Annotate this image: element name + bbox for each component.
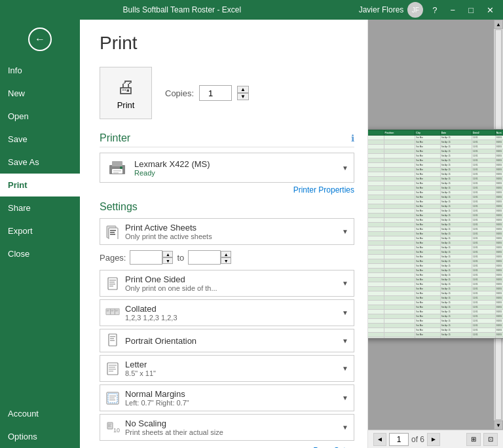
sidebar-item-label: Account bbox=[8, 409, 39, 419]
sidebar-item-options[interactable]: Options bbox=[0, 425, 80, 448]
scaling-dropdown[interactable]: 100 No Scaling Print sheets at their act… bbox=[100, 414, 354, 441]
table-cell bbox=[384, 264, 415, 269]
table-cell: 91001 bbox=[495, 168, 503, 172]
table-cell: Sat Mar bbox=[415, 337, 440, 339]
letter-main: Letter bbox=[125, 360, 337, 369]
table-cell bbox=[384, 186, 415, 191]
pages-from-up[interactable]: ▲ bbox=[162, 251, 173, 257]
svg-rect-40 bbox=[108, 424, 111, 424]
letter-dropdown[interactable]: Letter 8.5" x 11" ▼ bbox=[100, 355, 354, 382]
sidebar-item-print[interactable]: Print bbox=[0, 174, 80, 196]
sidebar-item-export[interactable]: Export bbox=[0, 219, 80, 242]
table-cell: Sat Mar bbox=[415, 163, 440, 168]
table-cell: Cubs bbox=[368, 223, 384, 227]
table-cell: Sat Mar bbox=[415, 159, 440, 163]
settings-panel: Print 🖨 Print Copies: ▲ ▼ bbox=[80, 20, 368, 448]
close-button[interactable]: ✕ bbox=[483, 4, 498, 16]
portrait-dropdown[interactable]: Portrait Orientation ▼ bbox=[100, 329, 354, 352]
margins-dropdown[interactable]: Normal Margins Left: 0.7" Right: 0.7" ▼ bbox=[100, 384, 354, 411]
table-cell: 91001 bbox=[495, 282, 503, 287]
table-cell: 12:01 bbox=[472, 136, 496, 140]
table-cell: Cubs bbox=[368, 227, 384, 232]
table-cell: Sat Mar bbox=[415, 324, 440, 328]
copies-input[interactable] bbox=[199, 85, 232, 101]
scroll-up-button[interactable]: ▲ bbox=[494, 20, 503, 29]
table-cell: 12:01 bbox=[472, 149, 496, 154]
table-cell: 91001 bbox=[495, 328, 503, 333]
table-cell: 91001 bbox=[495, 214, 503, 218]
table-cell: Bears bbox=[368, 163, 384, 168]
zoom-page-button[interactable]: ⊡ bbox=[483, 433, 498, 446]
table-row: CardinalsSat MarSat Apr 1512:0191001 bbox=[368, 200, 503, 204]
table-cell: Sat Apr 15 bbox=[440, 154, 472, 159]
sidebar-item-share[interactable]: Share bbox=[0, 196, 80, 219]
table-cell: Sat Mar bbox=[415, 246, 440, 250]
sidebar-item-save[interactable]: Save bbox=[0, 128, 80, 151]
printer-properties-link[interactable]: Printer Properties bbox=[100, 185, 354, 195]
info-icon[interactable]: ℹ bbox=[351, 133, 354, 143]
svg-rect-26 bbox=[110, 336, 115, 337]
fit-page-button[interactable]: ⊞ bbox=[466, 433, 481, 446]
table-cell: Sat Apr 15 bbox=[440, 310, 472, 314]
scaling-dropdown-arrow: ▼ bbox=[342, 424, 348, 431]
pages-from-input[interactable] bbox=[130, 250, 162, 265]
next-page-button[interactable]: ► bbox=[427, 433, 440, 446]
pages-to-input[interactable] bbox=[188, 250, 221, 265]
sidebar-item-account[interactable]: Account bbox=[0, 402, 80, 425]
svg-rect-27 bbox=[110, 338, 114, 339]
table-cell bbox=[384, 314, 415, 319]
table-cell: Bears bbox=[368, 159, 384, 163]
help-button[interactable]: ? bbox=[428, 4, 441, 16]
sidebar-item-save-as[interactable]: Save As bbox=[0, 151, 80, 174]
pages-to-up[interactable]: ▲ bbox=[221, 251, 231, 257]
table-cell: 91001 bbox=[495, 149, 503, 154]
printer-dropdown[interactable]: Lexmark X422 (MS) Ready ▼ bbox=[100, 153, 354, 183]
table-cell: Sat Apr 15 bbox=[440, 177, 472, 181]
copies-up-button[interactable]: ▲ bbox=[237, 86, 249, 93]
pages-from-down[interactable]: ▼ bbox=[162, 257, 173, 264]
table-row: CardinalsSat MarSat Apr 1512:0191001 bbox=[368, 186, 503, 191]
maximize-button[interactable]: □ bbox=[464, 4, 477, 16]
sidebar-item-info[interactable]: Info bbox=[0, 59, 80, 82]
pages-to-down[interactable]: ▼ bbox=[221, 257, 231, 264]
one-sided-dropdown[interactable]: Print One Sided Only print on one side o… bbox=[100, 270, 354, 297]
sidebar-item-open[interactable]: Open bbox=[0, 105, 80, 128]
current-page-input[interactable] bbox=[389, 433, 409, 446]
svg-rect-32 bbox=[109, 369, 116, 369]
print-button[interactable]: 🖨 Print bbox=[100, 67, 152, 119]
table-cell: Sat Apr 15 bbox=[440, 218, 472, 223]
user-info: Javier Flores JF bbox=[359, 2, 424, 18]
printer-status: Ready bbox=[134, 169, 337, 177]
table-row: CardinalsSat MarSat Apr 1512:0191001 bbox=[368, 209, 503, 214]
table-cell: Cubs bbox=[368, 264, 384, 269]
active-sheets-sub: Only print the active sheets bbox=[125, 233, 337, 240]
copies-spinner: ▲ ▼ bbox=[237, 86, 249, 100]
table-cell bbox=[384, 287, 415, 291]
table-row: CubsSat MarSat Apr 1512:0191001 bbox=[368, 227, 503, 232]
table-cell: Sat Mar bbox=[415, 278, 440, 282]
back-button[interactable]: ← bbox=[0, 20, 80, 59]
sidebar-item-new[interactable]: New bbox=[0, 82, 80, 105]
sidebar-item-label: Options bbox=[8, 432, 37, 441]
table-cell: Cubs bbox=[368, 310, 384, 314]
page-title: Print bbox=[100, 33, 354, 54]
scroll-down-button[interactable]: ▼ bbox=[494, 420, 503, 430]
table-cell: 12:01 bbox=[472, 278, 496, 282]
table-cell: Sat Mar bbox=[415, 232, 440, 236]
copies-down-button[interactable]: ▼ bbox=[237, 93, 249, 100]
table-cell: Sat Mar bbox=[415, 250, 440, 255]
table-cell: Bears bbox=[368, 140, 384, 145]
active-sheets-dropdown[interactable]: Print Active Sheets Only print the activ… bbox=[100, 218, 354, 245]
table-row: CubsSat MarSat Apr 1512:0191001 bbox=[368, 278, 503, 282]
minimize-button[interactable]: − bbox=[447, 4, 460, 16]
avatar: JF bbox=[407, 2, 423, 18]
table-cell bbox=[384, 310, 415, 314]
collated-dropdown[interactable]: Collated 1,2,3 1,2,3 1,2,3 ▼ bbox=[100, 299, 354, 326]
sidebar-item-close[interactable]: Close bbox=[0, 242, 80, 265]
copies-section: Copies: ▲ ▼ bbox=[165, 85, 249, 101]
svg-rect-18 bbox=[115, 308, 119, 314]
table-cell: Sat Mar bbox=[415, 168, 440, 172]
table-cell: Sat Mar bbox=[415, 241, 440, 246]
table-cell: 91001 bbox=[495, 204, 503, 209]
prev-page-button[interactable]: ◄ bbox=[373, 433, 386, 446]
